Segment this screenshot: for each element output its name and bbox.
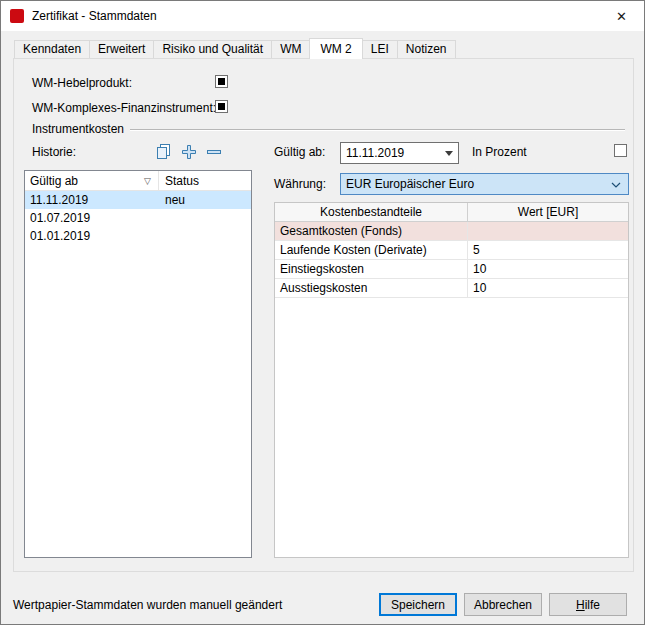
history-header-gueltig-ab[interactable]: Gültig ab ▽	[25, 171, 159, 190]
copy-icon	[156, 144, 172, 160]
chevron-down-icon	[445, 151, 453, 160]
history-list-header: Gültig ab ▽ Status	[25, 171, 251, 191]
app-icon	[10, 9, 24, 23]
cost-table-header: Kostenbestandteile Wert [EUR]	[275, 203, 628, 222]
history-date: 01.01.2019	[25, 229, 159, 243]
speichern-button[interactable]: Speichern	[379, 593, 457, 616]
wm-hebelprodukt-label: WM-Hebelprodukt:	[32, 76, 132, 90]
wm-komplex-checkbox[interactable]	[215, 100, 228, 113]
tab-panel-wm2: WM-Hebelprodukt: WM-Komplexes-Finanzinst…	[13, 58, 634, 572]
gueltig-ab-label: Gültig ab:	[274, 145, 325, 159]
cost-value[interactable]: 5	[468, 243, 628, 257]
status-message: Wertpapier-Stammdaten wurden manuell geä…	[13, 598, 282, 612]
cost-header-wert: Wert [EUR]	[468, 203, 628, 221]
cost-row[interactable]: Gesamtkosten (Fonds)	[275, 222, 628, 241]
group-divider	[130, 129, 625, 131]
sort-descending-icon: ▽	[144, 176, 151, 186]
waehrung-value: EUR Europäischer Euro	[346, 177, 474, 191]
cost-table-body: Gesamtkosten (Fonds)Laufende Kosten (Der…	[275, 222, 628, 298]
in-prozent-checkbox[interactable]	[614, 144, 627, 157]
add-history-button[interactable]	[180, 143, 198, 161]
hilfe-button[interactable]: Hilfe	[549, 593, 627, 616]
tab-wm-2[interactable]: WM 2	[309, 38, 362, 59]
cost-name: Einstiegskosten	[275, 260, 468, 278]
in-prozent-label: In Prozent	[472, 145, 527, 159]
history-date: 01.07.2019	[25, 211, 159, 225]
tab-kenndaten[interactable]: Kenndaten	[14, 40, 90, 58]
history-row[interactable]: 11.11.2019neu	[25, 191, 251, 209]
history-list: Gültig ab ▽ Status 11.11.2019neu01.07.20…	[24, 170, 252, 558]
tab-risiko-und-qualität[interactable]: Risiko und Qualität	[153, 40, 272, 58]
button-bar: SpeichernAbbrechenHilfe	[379, 593, 627, 616]
instrumentkosten-group-label: Instrumentkosten	[32, 122, 124, 136]
cost-value[interactable]: 10	[468, 262, 628, 276]
waehrung-combobox[interactable]: EUR Europäischer Euro	[340, 173, 629, 195]
history-date: 11.11.2019	[25, 193, 159, 207]
window-title: Zertifikat - Stammdaten	[32, 9, 157, 23]
close-icon: ✕	[616, 9, 627, 24]
cost-name: Gesamtkosten (Fonds)	[275, 222, 468, 240]
cost-header-kostenbestandteile: Kostenbestandteile	[275, 203, 468, 221]
tab-lei[interactable]: LEI	[362, 40, 398, 58]
wm-komplex-label: WM-Komplexes-Finanzinstrument:	[32, 101, 216, 115]
minus-icon	[206, 144, 222, 160]
cost-row[interactable]: Ausstiegskosten10	[275, 279, 628, 298]
cost-name: Ausstiegskosten	[275, 279, 468, 297]
plus-icon	[181, 144, 197, 160]
dialog-zertifikat-stammdaten: Zertifikat - Stammdaten ✕ KenndatenErwei…	[0, 0, 645, 625]
wm-hebelprodukt-checkbox[interactable]	[215, 75, 228, 88]
cost-row[interactable]: Einstiegskosten10	[275, 260, 628, 279]
history-list-body: 11.11.2019neu01.07.201901.01.2019	[25, 191, 251, 245]
gueltig-ab-combobox[interactable]: 11.11.2019	[340, 142, 459, 164]
historie-label: Historie:	[32, 145, 76, 159]
history-status: neu	[159, 193, 191, 207]
tab-strip: KenndatenErweitertRisiko und QualitätWMW…	[14, 40, 455, 59]
chevron-down-icon	[611, 182, 621, 188]
abbrechen-button[interactable]: Abbrechen	[464, 593, 542, 616]
history-row[interactable]: 01.07.2019	[25, 209, 251, 227]
instrumentkosten-group-header: Instrumentkosten	[32, 122, 625, 136]
gueltig-ab-value: 11.11.2019	[346, 146, 404, 160]
tab-notizen[interactable]: Notizen	[397, 40, 456, 58]
close-button[interactable]: ✕	[599, 1, 644, 31]
history-row[interactable]: 01.01.2019	[25, 227, 251, 245]
remove-history-button[interactable]	[205, 143, 223, 161]
tab-erweitert[interactable]: Erweitert	[89, 40, 154, 58]
copy-history-button[interactable]	[155, 143, 173, 161]
history-toolbar	[155, 143, 223, 161]
cost-table: Kostenbestandteile Wert [EUR] Gesamtkost…	[274, 202, 629, 558]
waehrung-label: Währung:	[274, 177, 326, 191]
cost-value[interactable]: 10	[468, 281, 628, 295]
history-header-status[interactable]: Status	[159, 171, 251, 190]
tab-wm[interactable]: WM	[271, 40, 310, 58]
cost-name: Laufende Kosten (Derivate)	[275, 241, 468, 259]
cost-row[interactable]: Laufende Kosten (Derivate)5	[275, 241, 628, 260]
title-bar: Zertifikat - Stammdaten ✕	[1, 1, 644, 31]
